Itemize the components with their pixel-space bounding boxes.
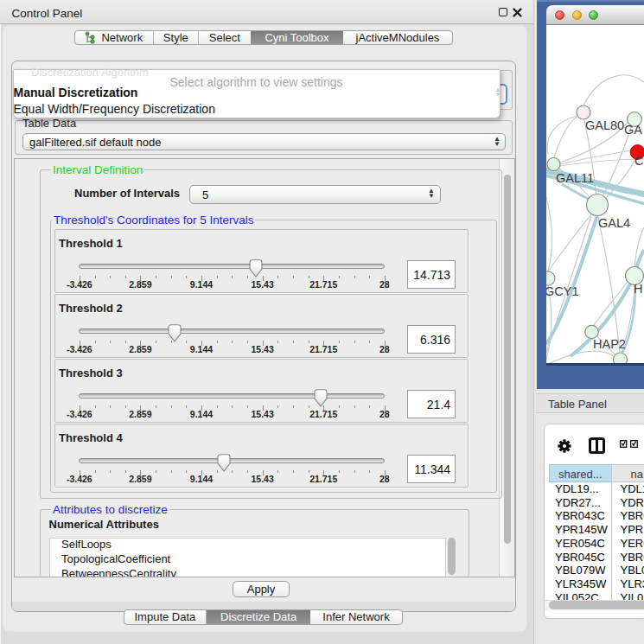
svg-text:C: C	[634, 154, 643, 168]
svg-text:GAL80: GAL80	[585, 118, 624, 132]
svg-text:GA: GA	[624, 123, 642, 137]
svg-text:GAL11: GAL11	[556, 171, 594, 185]
svg-text:HAP2: HAP2	[593, 337, 626, 351]
svg-text:GCY1: GCY1	[546, 284, 579, 298]
svg-text:GAL4: GAL4	[598, 216, 630, 230]
svg-text:H: H	[634, 282, 642, 296]
